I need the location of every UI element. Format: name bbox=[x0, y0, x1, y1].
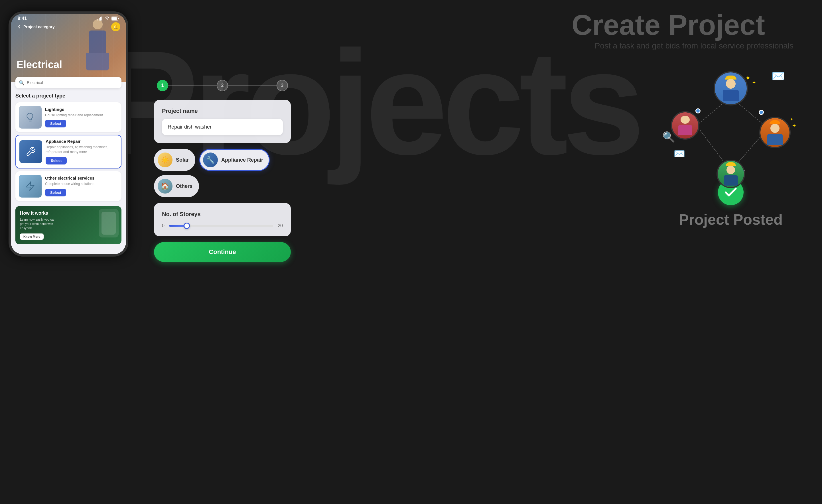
step-1: 1 bbox=[157, 80, 168, 91]
appliance-title: Appliance Repair bbox=[46, 139, 117, 144]
category-buttons: ☀️ Solar 🔧 Appliance Repair 🏠 Others bbox=[154, 149, 291, 197]
envelope-icon-top: ✉️ bbox=[772, 70, 785, 82]
continue-button[interactable]: Continue bbox=[154, 242, 291, 262]
slider-container: 0 20 bbox=[162, 223, 283, 228]
battery-icon bbox=[111, 17, 119, 21]
phone-header-nav: Project category 🔔 bbox=[11, 22, 126, 31]
electrical-image bbox=[19, 175, 42, 197]
electrical-desc: Complete house wiring solutions bbox=[45, 181, 118, 186]
step-2: 2 bbox=[217, 80, 228, 91]
how-it-works-card: How it works Learn how easily you can ge… bbox=[15, 206, 121, 244]
electrical-title-card: Other electrical services bbox=[45, 175, 118, 180]
create-project-heading: Create Project bbox=[572, 9, 765, 41]
solar-category-btn[interactable]: ☀️ Solar bbox=[154, 149, 195, 171]
project-name-input[interactable] bbox=[162, 119, 283, 135]
slider-min: 0 bbox=[162, 223, 164, 228]
others-label: Others bbox=[176, 183, 192, 189]
appliance-info: Appliance Repair Repair appliances, tv, … bbox=[46, 139, 117, 164]
back-button[interactable]: Project category bbox=[17, 24, 55, 29]
wifi-icon bbox=[105, 17, 109, 21]
storeys-label: No. of Storeys bbox=[162, 211, 283, 217]
project-posted-title: Project Posted bbox=[657, 211, 805, 228]
avatar-right bbox=[759, 117, 791, 148]
svg-rect-1 bbox=[99, 18, 100, 21]
status-bar: 9:41 bbox=[11, 14, 126, 23]
lightings-card: Lightings House lighting repair and repl… bbox=[15, 102, 121, 132]
solar-label: Solar bbox=[176, 157, 189, 163]
phone-header-image: Project category 🔔 Electrical bbox=[11, 14, 126, 82]
svg-rect-5 bbox=[112, 17, 117, 20]
lightings-select-btn[interactable]: Select bbox=[45, 120, 66, 127]
appliance-category-btn[interactable]: 🔧 Appliance Repair bbox=[199, 149, 270, 171]
electrical-info: Other electrical services Complete house… bbox=[45, 175, 118, 196]
project-name-card: Project name bbox=[154, 100, 291, 143]
step-line-2 bbox=[228, 85, 277, 86]
project-name-label: Project name bbox=[162, 108, 283, 114]
know-more-btn[interactable]: Know More bbox=[20, 233, 44, 240]
svg-rect-2 bbox=[100, 17, 101, 21]
storeys-card: No. of Storeys 0 20 bbox=[154, 203, 291, 236]
appliance-image bbox=[19, 140, 42, 163]
appliance-card: Appliance Repair Repair appliances, tv, … bbox=[15, 135, 121, 168]
category-label: Project category bbox=[23, 24, 55, 29]
create-project-form: 1 2 3 Project name ☀️ Solar 🔧 Appliance … bbox=[154, 80, 291, 262]
appliance-desc: Repair appliances, tv, washing machines,… bbox=[46, 145, 117, 154]
appliance-repair-label: Appliance Repair bbox=[221, 157, 263, 163]
others-icon: 🏠 bbox=[158, 179, 172, 193]
how-it-works-desc: Learn how easily you can get your work d… bbox=[20, 217, 60, 230]
status-icons bbox=[97, 17, 119, 21]
notification-bell[interactable]: 🔔 bbox=[111, 22, 120, 31]
slider-track[interactable] bbox=[169, 225, 273, 226]
lightings-title: Lightings bbox=[45, 107, 118, 112]
slider-max: 20 bbox=[278, 223, 283, 228]
search-icon: 🔍 bbox=[19, 80, 25, 85]
electrical-icon bbox=[25, 181, 35, 191]
avatar-top bbox=[714, 71, 748, 105]
back-arrow-icon bbox=[17, 24, 22, 29]
lightbulb-icon bbox=[25, 112, 35, 122]
dot-1 bbox=[696, 108, 701, 113]
lightings-desc: House lighting repair and replacement bbox=[45, 113, 118, 118]
avatar-bottom bbox=[717, 160, 745, 188]
lightings-image bbox=[19, 106, 42, 128]
electrical-title: Electrical bbox=[17, 59, 62, 71]
avatar-left bbox=[671, 111, 699, 140]
appliance-select-btn[interactable]: Select bbox=[46, 157, 67, 164]
svg-rect-6 bbox=[118, 18, 119, 19]
dot-2 bbox=[759, 110, 764, 115]
electrical-services-card: Other electrical services Complete house… bbox=[15, 171, 121, 201]
phone-mockup: 9:41 bbox=[9, 11, 128, 257]
appliance-repair-icon: 🔧 bbox=[203, 152, 218, 167]
svg-rect-0 bbox=[97, 19, 98, 21]
avatars-container: ✦ ✦ ✉️ 🔍 ✦ ✦ ✉️ bbox=[660, 68, 802, 205]
right-illustration: ✦ ✦ ✉️ 🔍 ✦ ✦ ✉️ bbox=[657, 68, 805, 228]
wrench-icon bbox=[26, 146, 36, 157]
step-line-1 bbox=[168, 85, 217, 86]
svg-rect-3 bbox=[101, 17, 102, 21]
electrical-select-btn[interactable]: Select bbox=[45, 189, 66, 196]
sparkle-3: ✦ bbox=[790, 117, 794, 121]
envelope-icon-left: ✉️ bbox=[674, 148, 685, 159]
status-time: 9:41 bbox=[18, 16, 27, 21]
others-category-btn[interactable]: 🏠 Others bbox=[154, 175, 199, 197]
project-type-section: Select a project type Lightings House li… bbox=[11, 88, 126, 206]
slider-thumb[interactable] bbox=[183, 222, 190, 229]
sparkle-4: ✦ bbox=[792, 122, 796, 129]
step-3: 3 bbox=[277, 80, 288, 91]
section-title: Select a project type bbox=[15, 93, 121, 99]
lightings-info: Lightings House lighting repair and repl… bbox=[45, 107, 118, 128]
signal-icon bbox=[97, 17, 103, 21]
create-project-subtext: Post a task and get bids from local serv… bbox=[595, 41, 794, 50]
search-input[interactable] bbox=[15, 77, 121, 88]
phone-header-title: Electrical bbox=[17, 59, 62, 71]
solar-icon: ☀️ bbox=[158, 152, 172, 167]
sparkle-2: ✦ bbox=[752, 80, 756, 85]
search-container: 🔍 bbox=[15, 77, 121, 88]
progress-steps: 1 2 3 bbox=[154, 80, 291, 91]
